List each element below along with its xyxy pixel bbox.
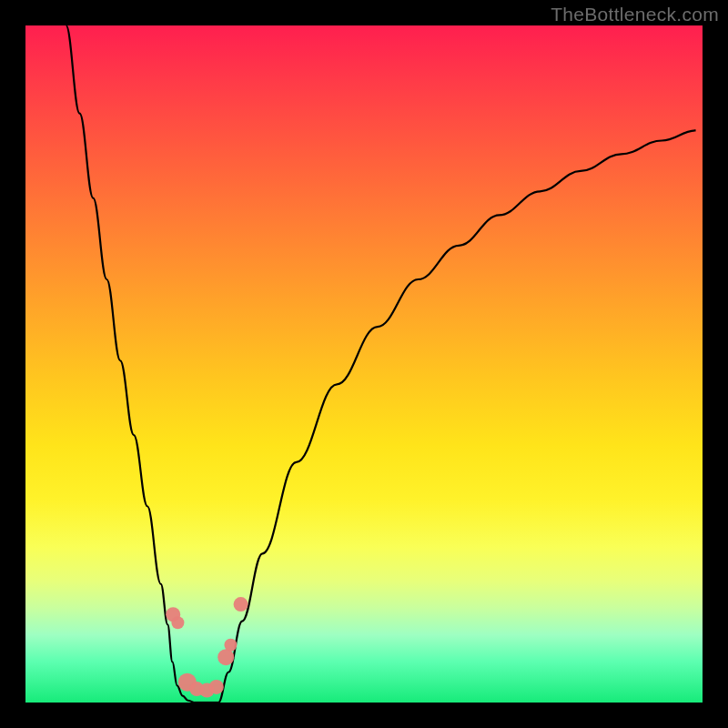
data-marker: [224, 639, 237, 652]
data-marker: [209, 680, 224, 694]
chart-plot-area: [25, 25, 703, 703]
curve-right-branch: [218, 130, 696, 703]
data-markers: [166, 597, 248, 697]
curve-left-branch: [66, 25, 195, 703]
data-marker: [234, 597, 248, 612]
data-marker: [171, 616, 184, 629]
watermark-text: TheBottleneck.com: [551, 4, 719, 25]
bottleneck-curve: [25, 25, 703, 703]
data-marker: [217, 649, 234, 665]
